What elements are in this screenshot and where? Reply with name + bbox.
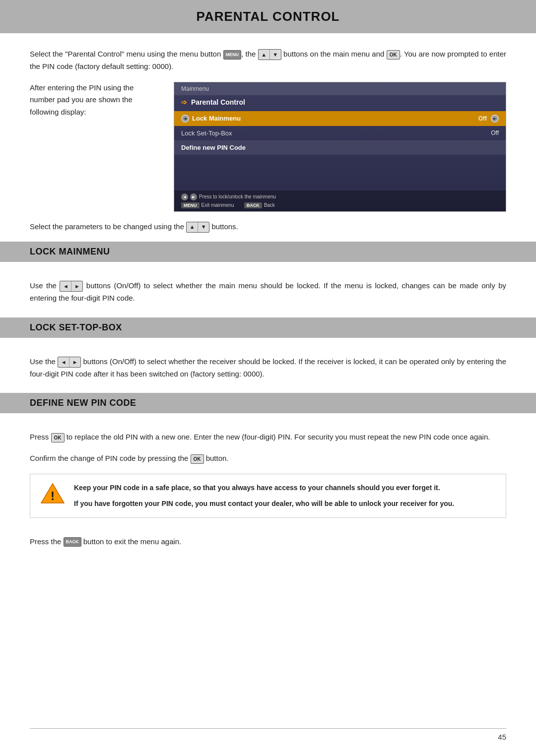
side-text: After entering the PIN using the number … (30, 83, 134, 117)
left-arrow-lstb: ◄ (58, 357, 69, 367)
item-left-lock-mainmenu: ◄ Lock Mainmenu (181, 115, 241, 123)
footer-post: button to exit the menu again. (81, 537, 182, 546)
right-arrow-lstb: ► (69, 357, 80, 367)
back-tag: BACK (244, 202, 262, 208)
intro-paragraph: Select the "Parental Control" menu using… (30, 48, 506, 73)
dp-confirm-pre: Confirm the change of PIN code by pressi… (30, 454, 191, 462)
down-arrow-2: ▼ (198, 222, 209, 232)
right-arrow-lm: ► (71, 281, 82, 291)
define-pin-text1: Press OK to replace the old PIN with a n… (30, 431, 506, 443)
intro-layout: After entering the PIN using the number … (30, 82, 506, 212)
warning-line2-bold: If you have forgotten your PIN code, you… (74, 500, 454, 507)
item-left-define-pin: Define new PIN Code (181, 144, 246, 151)
hint-right-arrow: ► (190, 193, 197, 200)
tv-menu-item-lock-stb: Lock Set-Top-Box Off (174, 126, 506, 140)
ok-button-dp: OK (51, 433, 65, 442)
tv-menu-item-lock-mainmenu: ◄ Lock Mainmenu Off ► (174, 111, 506, 126)
select-params-text: Select the parameters to be changed usin… (30, 221, 506, 233)
tv-menu-screenshot: Mainmenu ➩ Parental Control ◄ Lock Mainm… (174, 82, 506, 212)
intro-text2: , the (241, 50, 258, 58)
dp-pre: Press (30, 433, 51, 441)
select-params-pre: Select the parameters to be changed usin… (30, 222, 186, 231)
tv-menu-title-label: Parental Control (191, 98, 245, 106)
up-arrow: ▲ (259, 50, 269, 60)
item-right-lock-mainmenu: Off ► (478, 115, 499, 123)
lock-mainmenu-header: LOCK MAINMENU (0, 242, 536, 262)
lock-stb-text: Use the ◄► buttons (On/Off) to select wh… (30, 356, 506, 380)
lock-mainmenu-text: Use the ◄► buttons (On/Off) to select wh… (30, 280, 506, 305)
lock-stb-label: Lock Set-Top-Box (181, 129, 232, 137)
left-right-arrows-lm: ◄► (60, 281, 83, 292)
select-params-post: buttons. (209, 222, 238, 231)
lock-mainmenu-heading: LOCK MAINMENU (30, 247, 506, 257)
warning-text-container: Keep your PIN code in a safe place, so t… (74, 482, 496, 509)
left-arrow-lm: ◄ (60, 281, 71, 291)
warning-line1-bold: Keep your PIN code in a safe place, so t… (74, 484, 440, 492)
dp-post: to replace the old PIN with a new one. E… (65, 433, 490, 441)
hint-left-arrow: ◄ (181, 193, 188, 200)
tv-menu-footer-buttons: MENU Exit mainmenu BACK Back (181, 202, 499, 208)
lm-post: buttons (On/Off) to select whether the m… (30, 281, 506, 302)
right-nav-circle: ► (491, 115, 499, 123)
menu-tag: MENU (181, 202, 200, 208)
page-title: PARENTAL CONTROL (30, 9, 506, 24)
define-pin-label: Define new PIN Code (181, 144, 246, 151)
footer-back-btn: BACK Back (244, 202, 275, 208)
intro-text1: Select the "Parental Control" menu using… (30, 50, 223, 58)
tv-menu-footer-hint: ◄ ► Press to lock/unlock the mainmenu (181, 193, 499, 200)
define-pin-header: DEFINE NEW PIN CODE (0, 393, 536, 413)
up-arrow-2: ▲ (187, 222, 198, 232)
warning-triangle-icon: ! (40, 482, 65, 504)
lstb-pre: Use the (30, 357, 58, 366)
up-down-arrows-2: ▲▼ (186, 222, 209, 233)
down-arrow: ▼ (270, 50, 281, 60)
svg-text:!: ! (51, 489, 55, 503)
define-pin-heading: DEFINE NEW PIN CODE (30, 398, 506, 408)
tv-menu: Mainmenu ➩ Parental Control ◄ Lock Mainm… (174, 82, 506, 211)
lstb-post: buttons (On/Off) to select whether the r… (30, 357, 506, 378)
item-right-lock-stb: Off (491, 129, 499, 136)
menu-arrow-icon: ➩ (181, 98, 187, 106)
item-left-lock-stb: Lock Set-Top-Box (181, 129, 232, 137)
page-number: 45 (498, 733, 506, 741)
define-pin-body: Press OK to replace the old PIN with a n… (30, 422, 506, 530)
tv-menu-spacer (174, 155, 506, 185)
title-bar: PARENTAL CONTROL (0, 0, 536, 33)
warning-box: ! Keep your PIN code in a safe place, so… (30, 474, 506, 518)
up-down-arrows: ▲▼ (258, 49, 281, 60)
warning-line2: If you have forgotten your PIN code, you… (74, 498, 496, 509)
left-right-arrows-lstb: ◄► (58, 357, 81, 368)
footer-pre: Press the (30, 537, 64, 546)
lock-stb-header: LOCK SET-TOP-BOX (0, 317, 536, 338)
hint-text: Press to lock/unlock the mainmenu (199, 194, 276, 199)
define-pin-text2: Confirm the change of PIN code by pressi… (30, 452, 506, 465)
tv-menu-title: ➩ Parental Control (174, 95, 506, 111)
lock-stb-value: Off (491, 129, 499, 136)
ok-button-intro: OK (387, 50, 400, 60)
intro-side-text: After entering the PIN using the number … (30, 82, 159, 212)
tv-menu-item-define-pin: Define new PIN Code (174, 140, 506, 155)
tv-menu-footer: ◄ ► Press to lock/unlock the mainmenu ME… (174, 190, 506, 211)
left-nav-circle: ◄ (181, 115, 189, 123)
lock-mainmenu-value: Off (478, 115, 487, 122)
footer-body-text: Press the BACK button to exit the menu a… (30, 536, 506, 548)
dp-confirm-post: button. (204, 454, 229, 462)
lm-pre: Use the (30, 281, 60, 290)
bottom-line (30, 728, 506, 729)
warning-icon-container: ! (40, 482, 65, 504)
lock-mainmenu-label: Lock Mainmenu (192, 115, 241, 122)
warning-line1: Keep your PIN code in a safe place, so t… (74, 482, 496, 493)
page: PARENTAL CONTROL Select the "Parental Co… (0, 0, 536, 756)
footer-exit-label: Exit mainmenu (201, 202, 234, 208)
footer-exit-btn: MENU Exit mainmenu (181, 202, 234, 208)
lock-stb-body: Use the ◄► buttons (On/Off) to select wh… (30, 347, 506, 393)
lock-mainmenu-body: Use the ◄► buttons (On/Off) to select wh… (30, 271, 506, 317)
menu-button: MENU (223, 50, 242, 60)
footer-back-label: Back (264, 202, 275, 208)
back-button-footer: BACK (64, 537, 81, 547)
lock-stb-heading: LOCK SET-TOP-BOX (30, 322, 506, 333)
tv-menu-breadcrumb: Mainmenu (174, 82, 506, 95)
ok-button-dp2: OK (191, 454, 204, 464)
intro-text3: buttons on the main menu and (281, 50, 387, 58)
